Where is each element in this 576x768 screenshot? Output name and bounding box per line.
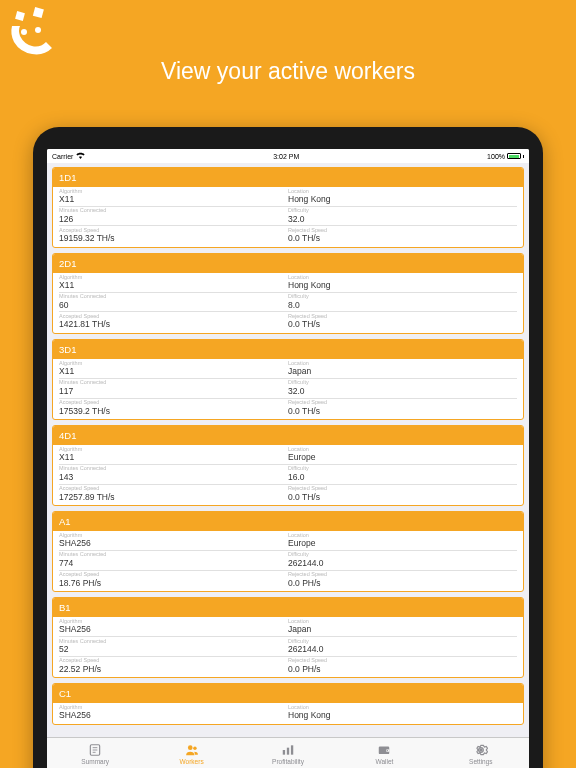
algorithm-value: X11 [59, 280, 288, 290]
tab-profitability[interactable]: Profitability [240, 738, 336, 768]
algorithm-value: SHA256 [59, 538, 288, 548]
worker-card[interactable]: 3D1AlgorithmX11LocationJapanMinutes Conn… [52, 339, 524, 420]
difficulty-value: 262144.0 [288, 644, 517, 654]
minutes-value: 774 [59, 558, 288, 568]
rejected-value: 0.0 PH/s [288, 664, 517, 674]
rejected-value: 0.0 TH/s [288, 319, 517, 329]
accepted-value: 19159.32 TH/s [59, 233, 288, 243]
svg-rect-0 [15, 11, 25, 21]
minutes-value: 117 [59, 386, 288, 396]
rejected-value: 0.0 TH/s [288, 406, 517, 416]
wifi-icon [76, 152, 85, 160]
worker-name: B1 [53, 598, 523, 617]
rejected-value: 0.0 TH/s [288, 233, 517, 243]
app-logo-icon [6, 4, 62, 64]
summary-icon [88, 743, 102, 757]
worker-card[interactable]: C1AlgorithmSHA256LocationHong Kong [52, 683, 524, 725]
svg-rect-1 [33, 7, 44, 18]
worker-card[interactable]: 1D1AlgorithmX11LocationHong KongMinutes … [52, 167, 524, 248]
svg-point-15 [387, 750, 388, 751]
svg-point-8 [188, 745, 193, 750]
minutes-value: 143 [59, 472, 288, 482]
accepted-value: 1421.81 TH/s [59, 319, 288, 329]
svg-rect-11 [287, 747, 289, 754]
difficulty-value: 32.0 [288, 386, 517, 396]
accepted-value: 17539.2 TH/s [59, 406, 288, 416]
tab-label: Summary [81, 758, 109, 765]
worker-name: 1D1 [53, 168, 523, 187]
difficulty-value: 32.0 [288, 214, 517, 224]
worker-name: 3D1 [53, 340, 523, 359]
wallet-icon [377, 743, 391, 757]
rejected-value: 0.0 TH/s [288, 492, 517, 502]
svg-rect-10 [283, 750, 285, 755]
difficulty-value: 16.0 [288, 472, 517, 482]
worker-card[interactable]: 2D1AlgorithmX11LocationHong KongMinutes … [52, 253, 524, 334]
algorithm-value: X11 [59, 366, 288, 376]
algorithm-value: SHA256 [59, 624, 288, 634]
location-value: Japan [288, 624, 517, 634]
accepted-value: 17257.89 TH/s [59, 492, 288, 502]
accepted-value: 18.76 PH/s [59, 578, 288, 588]
accepted-value: 22.52 PH/s [59, 664, 288, 674]
battery-icon [507, 153, 521, 159]
svg-point-9 [193, 746, 197, 750]
tab-summary[interactable]: Summary [47, 738, 143, 768]
tab-label: Wallet [376, 758, 394, 765]
minutes-value: 52 [59, 644, 288, 654]
algorithm-value: X11 [59, 452, 288, 462]
rejected-value: 0.0 PH/s [288, 578, 517, 588]
location-value: Hong Kong [288, 710, 517, 720]
minutes-value: 60 [59, 300, 288, 310]
location-value: Europe [288, 452, 517, 462]
svg-point-16 [479, 748, 483, 752]
screen: Carrier 3:02 PM 100% 1D1AlgorithmX11Loca… [47, 149, 529, 768]
worker-name: A1 [53, 512, 523, 531]
difficulty-value: 262144.0 [288, 558, 517, 568]
workers-list[interactable]: 1D1AlgorithmX11LocationHong KongMinutes … [47, 163, 529, 737]
status-bar: Carrier 3:02 PM 100% [47, 149, 529, 163]
tab-label: Settings [469, 758, 493, 765]
settings-icon [474, 743, 488, 757]
worker-card[interactable]: B1AlgorithmSHA256LocationJapanMinutes Co… [52, 597, 524, 678]
worker-name: 2D1 [53, 254, 523, 273]
location-value: Europe [288, 538, 517, 548]
carrier-label: Carrier [52, 153, 73, 160]
tab-bar: SummaryWorkersProfitabilityWalletSetting… [47, 737, 529, 768]
tab-label: Workers [180, 758, 204, 765]
worker-name: C1 [53, 684, 523, 703]
tab-label: Profitability [272, 758, 304, 765]
svg-point-3 [35, 27, 41, 33]
marketing-headline: View your active workers [0, 58, 576, 85]
workers-icon [185, 743, 199, 757]
location-value: Hong Kong [288, 280, 517, 290]
difficulty-value: 8.0 [288, 300, 517, 310]
location-value: Japan [288, 366, 517, 376]
location-value: Hong Kong [288, 194, 517, 204]
profitability-icon [281, 743, 295, 757]
tab-settings[interactable]: Settings [433, 738, 529, 768]
worker-card[interactable]: A1AlgorithmSHA256LocationEuropeMinutes C… [52, 511, 524, 592]
algorithm-value: SHA256 [59, 710, 288, 720]
clock: 3:02 PM [273, 153, 299, 160]
tab-workers[interactable]: Workers [143, 738, 239, 768]
worker-name: 4D1 [53, 426, 523, 445]
tab-wallet[interactable]: Wallet [336, 738, 432, 768]
svg-point-2 [21, 29, 27, 35]
minutes-value: 126 [59, 214, 288, 224]
tablet-frame: Carrier 3:02 PM 100% 1D1AlgorithmX11Loca… [33, 127, 543, 768]
svg-rect-12 [291, 745, 293, 754]
algorithm-value: X11 [59, 194, 288, 204]
battery-percent: 100% [487, 153, 505, 160]
worker-card[interactable]: 4D1AlgorithmX11LocationEuropeMinutes Con… [52, 425, 524, 506]
